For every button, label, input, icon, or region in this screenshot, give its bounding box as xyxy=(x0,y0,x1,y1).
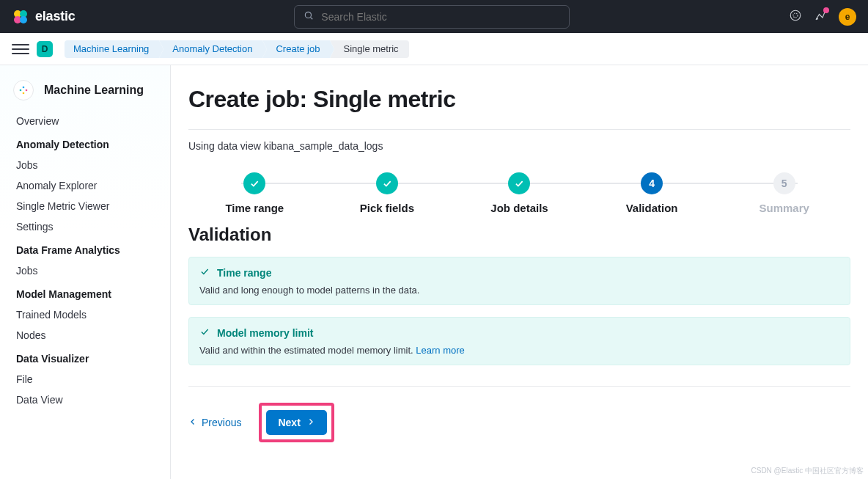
previous-label: Previous xyxy=(202,417,241,428)
sidebar-item-settings[interactable]: Settings xyxy=(0,216,170,237)
page-title: Create job: Single metric xyxy=(188,86,850,113)
svg-point-3 xyxy=(20,16,27,23)
step-label: Validation xyxy=(626,202,678,214)
callout-body-text: Valid and within the estimated model mem… xyxy=(199,345,416,356)
sidebar-item-dfa-jobs[interactable]: Jobs xyxy=(0,260,170,281)
svg-line-5 xyxy=(311,17,313,19)
sidebar-group-data-frame-analytics: Data Frame Analytics xyxy=(0,237,170,260)
section-title: Validation xyxy=(188,224,850,245)
step-validation[interactable]: 4 Validation xyxy=(586,172,718,214)
svg-point-8 xyxy=(817,18,818,19)
callout-header: Model memory limit xyxy=(199,326,839,339)
ml-app-icon xyxy=(13,80,34,100)
callout-time-range: Time range Valid and long enough to mode… xyxy=(188,257,850,305)
learn-more-link[interactable]: Learn more xyxy=(416,345,464,356)
step-circle xyxy=(508,172,530,194)
sidebar-group-anomaly-detection: Anomaly Detection xyxy=(0,131,170,155)
svg-point-12 xyxy=(23,92,25,95)
watermark: CSDN @Elastic 中国社区官方博客 xyxy=(751,466,864,476)
divider xyxy=(188,386,850,387)
previous-button[interactable]: Previous xyxy=(188,417,241,428)
global-header: elastic e xyxy=(0,0,868,33)
callout-body: Valid and long enough to model patterns … xyxy=(199,285,839,296)
data-view-text: Using data view kibana_sample_data_logs xyxy=(188,140,850,152)
chevron-left-icon xyxy=(188,417,197,428)
step-time-range[interactable]: Time range xyxy=(188,172,321,214)
breadcrumb-label: Create job xyxy=(276,43,320,54)
sidebar-item-trained-models[interactable]: Trained Models xyxy=(0,304,170,325)
search-input[interactable] xyxy=(321,11,560,23)
svg-point-11 xyxy=(26,89,28,92)
breadcrumb-label: Anomaly Detection xyxy=(172,43,252,54)
callout-title: Time range xyxy=(217,267,271,279)
step-circle: 4 xyxy=(641,172,663,194)
breadcrumb-label: Single metric xyxy=(343,43,398,54)
step-label: Summary xyxy=(759,202,809,214)
next-label: Next xyxy=(278,417,300,428)
breadcrumb-anomaly-detection[interactable]: Anomaly Detection xyxy=(159,40,262,58)
step-circle: 5 xyxy=(773,172,795,194)
breadcrumb-ml[interactable]: Machine Learning xyxy=(65,40,159,58)
breadcrumb-bar: D Machine Learning Anomaly Detection Cre… xyxy=(0,33,868,65)
callout-model-memory-limit: Model memory limit Valid and within the … xyxy=(188,317,850,365)
sidebar-item-anomaly-explorer[interactable]: Anomaly Explorer xyxy=(0,175,170,196)
step-job-details[interactable]: Job details xyxy=(453,172,586,214)
side-nav-title: Machine Learning xyxy=(44,84,144,97)
next-button[interactable]: Next xyxy=(266,410,326,435)
breadcrumb-single-metric: Single metric xyxy=(330,40,408,58)
step-circle xyxy=(376,172,398,194)
sidebar-item-nodes[interactable]: Nodes xyxy=(0,325,170,345)
check-icon xyxy=(199,266,210,279)
sidebar-group-model-management: Model Management xyxy=(0,281,170,304)
breadcrumb: Machine Learning Anomaly Detection Creat… xyxy=(65,40,409,58)
sidebar-item-single-metric-viewer[interactable]: Single Metric Viewer xyxy=(0,196,170,216)
chevron-right-icon xyxy=(306,417,315,428)
newsfeed-icon[interactable] xyxy=(814,9,827,25)
callout-header: Time range xyxy=(199,266,839,279)
check-icon xyxy=(199,326,210,339)
step-label: Pick fields xyxy=(360,202,414,214)
sidebar-group-data-visualizer: Data Visualizer xyxy=(0,345,170,369)
svg-point-7 xyxy=(793,13,798,18)
global-search[interactable] xyxy=(294,5,570,29)
wizard-stepper: Time range Pick fields Job details 4 Val… xyxy=(188,172,850,214)
space-selector[interactable]: D xyxy=(37,41,53,57)
svg-point-6 xyxy=(790,10,801,21)
sidebar-item-overview[interactable]: Overview xyxy=(0,111,170,131)
callout-body: Valid and within the estimated model mem… xyxy=(199,345,839,356)
sidebar-item-file[interactable]: File xyxy=(0,369,170,390)
nav-toggle-button[interactable] xyxy=(12,40,29,58)
space-letter: D xyxy=(42,44,48,54)
user-avatar[interactable]: e xyxy=(839,8,856,26)
notification-dot-icon xyxy=(823,7,829,13)
breadcrumb-label: Machine Learning xyxy=(73,43,149,54)
main-content: Create job: Single metric Using data vie… xyxy=(171,65,868,479)
svg-point-9 xyxy=(20,89,22,92)
step-label: Job details xyxy=(490,202,548,214)
step-pick-fields[interactable]: Pick fields xyxy=(321,172,454,214)
elastic-logo-icon xyxy=(12,8,29,26)
search-icon xyxy=(304,10,314,23)
side-nav-header: Machine Learning xyxy=(0,80,170,111)
header-actions: e xyxy=(789,8,856,26)
sidebar-item-data-view[interactable]: Data View xyxy=(0,390,170,410)
page-body: Machine Learning Overview Anomaly Detect… xyxy=(0,65,868,479)
step-circle xyxy=(243,172,265,194)
divider xyxy=(188,129,850,130)
wizard-nav: Previous Next xyxy=(188,403,850,442)
step-summary: 5 Summary xyxy=(718,172,850,214)
svg-point-4 xyxy=(306,12,312,18)
global-search-wrap xyxy=(84,5,780,29)
avatar-letter: e xyxy=(845,12,850,22)
next-button-highlight: Next xyxy=(259,403,334,442)
svg-point-10 xyxy=(23,87,25,89)
help-icon[interactable] xyxy=(789,9,802,25)
sidebar-item-jobs[interactable]: Jobs xyxy=(0,155,170,175)
side-nav: Machine Learning Overview Anomaly Detect… xyxy=(0,65,171,479)
breadcrumb-create-job[interactable]: Create job xyxy=(262,40,330,58)
step-label: Time range xyxy=(225,202,284,214)
callout-title: Model memory limit xyxy=(217,327,313,339)
brand-name: elastic xyxy=(35,9,76,24)
brand-logo[interactable]: elastic xyxy=(12,8,76,26)
